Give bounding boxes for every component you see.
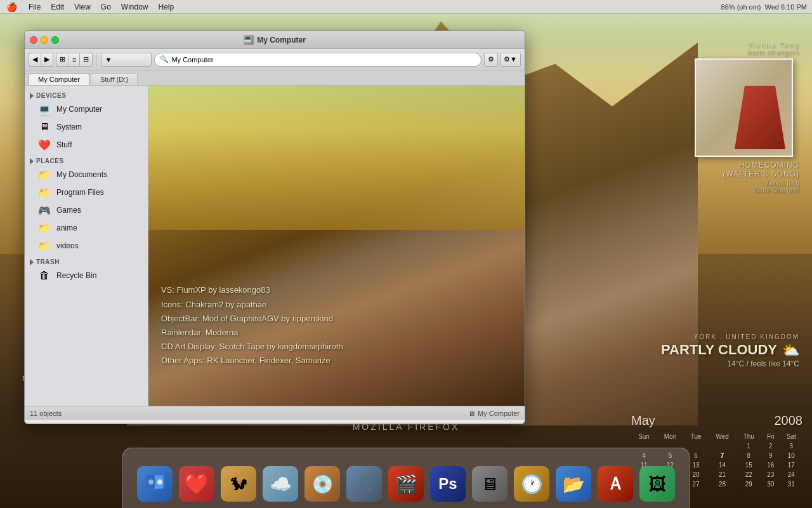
- weather-icon: ⛅: [782, 342, 799, 359]
- sidebar: DEVICES 💻 My Computer 🖥 System ❤️ Stuff: [25, 86, 148, 406]
- calendar-day: 22: [737, 470, 761, 479]
- dock-item-photoshop[interactable]: Ps: [429, 465, 467, 503]
- file-manager-window: 💻 My Computer ◀ ▶ ⊞ ≡ ⊟ ▼ 🔍 My Computer …: [24, 30, 525, 424]
- program-files-icon: 📁: [37, 185, 51, 199]
- places-label: PLACES: [36, 157, 64, 164]
- close-button[interactable]: [30, 36, 37, 44]
- sidebar-item-program-files[interactable]: 📁 Program Files: [25, 184, 148, 201]
- desktop: 🍎 File Edit View Go Window Help 86% (oh …: [0, 0, 812, 508]
- calendar-day: 8: [737, 451, 761, 460]
- dock-item-squirrel[interactable]: 🐿: [219, 465, 258, 503]
- recycle-bin-sidebar-icon: 🗑: [37, 269, 51, 283]
- devices-header: DEVICES: [25, 91, 148, 100]
- weather-widget: YORK . UNITED KINGDOM PARTLY CLOUDY ⛅ 14…: [634, 333, 799, 368]
- sidebar-item-my-computer[interactable]: 💻 My Computer: [25, 100, 148, 118]
- compact-view-button[interactable]: ⊟: [79, 53, 93, 67]
- path-dropdown[interactable]: ▼: [101, 53, 152, 67]
- action-buttons: ⚙ ⚙▼: [484, 53, 521, 67]
- sidebar-item-recycle-bin[interactable]: 🗑 Recycle Bin: [25, 267, 148, 284]
- statusbar-right: 🖥 My Computer: [468, 410, 520, 417]
- stuff-label: Stuff: [56, 140, 72, 149]
- sidebar-item-videos[interactable]: 📁 videos: [25, 237, 148, 255]
- movie-icon: 🎬: [388, 466, 424, 502]
- window-body: DEVICES 💻 My Computer 🖥 System ❤️ Stuff: [25, 86, 525, 406]
- sidebar-item-my-documents[interactable]: 📁 My Documents: [25, 166, 148, 184]
- videos-label: videos: [56, 241, 79, 250]
- apple-menu[interactable]: 🍎: [0, 2, 23, 12]
- dock-item-movie[interactable]: 🎬: [387, 465, 425, 503]
- window-titlebar: 💻 My Computer: [25, 31, 525, 49]
- videos-icon: 📁: [37, 239, 51, 253]
- calendar-day: 16: [761, 460, 780, 470]
- cloud-icon: ☁️: [263, 466, 298, 502]
- credit-line-1: Icons: Chakram2 by apathae: [161, 298, 343, 312]
- dock-item-cloud[interactable]: ☁️: [261, 465, 299, 503]
- dock-item-photos[interactable]: 🖼: [638, 465, 676, 503]
- photoshop-icon: Ps: [430, 466, 466, 502]
- trash-triangle: [30, 259, 34, 265]
- cal-day-fri: Fri: [761, 432, 780, 441]
- calendar-day: 2: [761, 441, 780, 451]
- settings-button[interactable]: ⚙: [484, 53, 498, 67]
- calendar-day: 21: [708, 470, 736, 479]
- nav-buttons: ◀ ▶: [29, 53, 53, 67]
- tab-my-computer[interactable]: My Computer: [29, 73, 89, 85]
- weather-location: YORK . UNITED KINGDOM: [634, 333, 799, 340]
- back-button[interactable]: ◀: [29, 53, 41, 67]
- sidebar-item-system[interactable]: 🖥 System: [25, 118, 148, 136]
- sidebar-section-devices: DEVICES 💻 My Computer 🖥 System ❤️ Stuff: [25, 91, 148, 154]
- dock-item-audio[interactable]: 🎵: [345, 465, 383, 503]
- dock-item-cd[interactable]: 💿: [303, 465, 341, 503]
- sidebar-item-games[interactable]: 🎮 Games: [25, 201, 148, 219]
- dock-item-atext[interactable]: Ａ: [596, 465, 634, 503]
- program-files-label: Program Files: [56, 188, 104, 197]
- dock-item-clock[interactable]: 🕐: [513, 465, 551, 503]
- maximize-button[interactable]: [51, 36, 59, 44]
- search-icon: 🔍: [160, 55, 169, 64]
- more-button[interactable]: ⚙▼: [500, 53, 521, 67]
- menu-edit[interactable]: Edit: [46, 0, 69, 14]
- audio-icon: 🎵: [346, 466, 382, 502]
- recycle-bin-sidebar-label: Recycle Bin: [56, 271, 96, 280]
- menubar-right: 86% (oh om) Wed 6:10 PM: [721, 3, 812, 11]
- clock-time: Wed 6:10 PM: [765, 3, 807, 11]
- album-art[interactable]: [695, 58, 793, 157]
- anime-icon: 📁: [37, 221, 51, 235]
- tab-stuff[interactable]: Stuff (D:): [91, 73, 138, 85]
- cal-day-tue: Tue: [684, 432, 708, 441]
- sidebar-item-anime[interactable]: 📁 anime: [25, 219, 148, 237]
- window-title-text: My Computer: [257, 36, 306, 44]
- menu-file[interactable]: File: [23, 0, 46, 14]
- calendar-day: 24: [780, 470, 802, 479]
- dock: ❤️ 🐿 ☁️ 💿 🎵 🎬 Ps 🖥 🕐 📂 Ａ: [122, 448, 690, 508]
- sidebar-section-trash: TRASH 🗑 Recycle Bin: [25, 257, 148, 284]
- sidebar-section-places: PLACES 📁 My Documents 📁 Program Files 🎮 …: [25, 156, 148, 255]
- menu-view[interactable]: View: [69, 0, 96, 14]
- menu-help[interactable]: Help: [154, 0, 180, 14]
- minimize-button[interactable]: [41, 36, 48, 44]
- forward-button[interactable]: ▶: [41, 53, 53, 67]
- trash-header: TRASH: [25, 257, 148, 267]
- search-box[interactable]: 🔍 My Computer: [154, 53, 481, 67]
- dock-item-finder2[interactable]: 📂: [554, 465, 593, 503]
- menu-window[interactable]: Window: [116, 0, 154, 14]
- battery-status: 86% (oh om): [721, 3, 761, 11]
- album-art-inner: [696, 60, 792, 156]
- menu-items: File Edit View Go Window Help: [23, 0, 179, 14]
- window-statusbar: 11 objects 🖥 My Computer: [25, 406, 525, 420]
- sidebar-item-stuff[interactable]: ❤️ Stuff: [25, 136, 148, 154]
- calendar-day: [684, 441, 708, 451]
- svg-point-2: [157, 479, 162, 485]
- menu-go[interactable]: Go: [96, 0, 116, 14]
- dock-item-mac[interactable]: 🖥: [471, 465, 509, 503]
- places-triangle: [30, 158, 34, 164]
- icon-view-button[interactable]: ⊞: [56, 53, 69, 67]
- dock-item-heart[interactable]: ❤️: [178, 465, 216, 503]
- song-album-name: Warm Strangers: [695, 187, 799, 194]
- cd-icon: 💿: [304, 466, 340, 502]
- dock-item-finder[interactable]: [136, 465, 174, 503]
- devices-label: DEVICES: [36, 92, 66, 99]
- list-view-button[interactable]: ≡: [69, 53, 79, 67]
- calendar-day: 1: [737, 441, 761, 451]
- calendar-day: [708, 441, 736, 451]
